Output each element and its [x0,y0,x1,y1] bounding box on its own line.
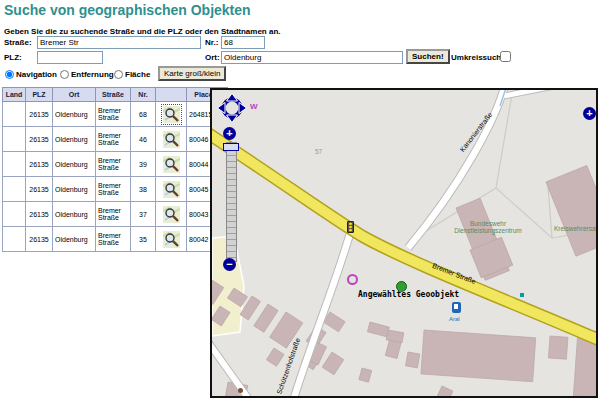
show-on-map-icon[interactable] [163,231,180,248]
ort-input[interactable] [221,51,403,64]
cell-land [3,227,26,252]
cell-nr: 68 [131,102,156,127]
poi-label-kreiswehr: Kreiswehrersatzamt [554,225,598,232]
header-icon [156,88,187,102]
cell-nr: 37 [131,202,156,227]
cell-ort: Oldenburg [53,227,96,252]
table-row: 26135 Oldenburg Bremer Straße 68 2648156 [3,102,228,127]
suchen-button[interactable]: Suchen! [406,49,450,64]
table-row: 26135 Oldenburg Bremer Straße 37 80043 [3,202,228,227]
table-row: 26135 Oldenburg Bremer Straße 38 80045 [3,177,228,202]
header-plz: PLZ [26,88,53,102]
radio-flaeche[interactable] [114,70,123,79]
cell-plz: 26135 [26,102,53,127]
show-on-map-icon[interactable] [163,131,180,148]
cell-ort: Oldenburg [53,152,96,177]
shop-icon: W [250,102,258,111]
pan-compass-control[interactable] [217,93,247,123]
table-row: 26135 Oldenburg Bremer Straße 39 80044 [3,152,228,177]
cell-land [3,127,26,152]
umkreissuche-label: Umkreissuche [451,53,506,62]
cell-nr: 46 [131,127,156,152]
cell-nr: 38 [131,177,156,202]
selected-object-label: Angewähltes Geoobjekt [358,290,459,299]
radio-entfernung-label: Entfernung [71,70,114,79]
zoom-in-button[interactable]: + [223,127,236,140]
nr-input[interactable] [221,36,265,49]
fuel-station-label: Aral [449,316,460,322]
cell-land [3,102,26,127]
radio-entfernung[interactable] [60,70,69,79]
cell-strasse: Bremer Straße [96,102,131,127]
cell-ort: Oldenburg [53,127,96,152]
results-table: Land PLZ Ort Straße Nr. PlaceID 26135 Ol… [2,87,228,252]
fuel-station-icon [452,302,461,313]
cell-strasse: Bremer Straße [96,152,131,177]
radio-navigation[interactable] [5,70,14,79]
header-land: Land [3,88,26,102]
cell-strasse: Bremer Straße [96,127,131,152]
overview-map-toggle-button[interactable]: + [583,107,596,120]
cell-plz: 26135 [26,152,53,177]
show-on-map-icon[interactable] [163,206,180,223]
table-header-row: Land PLZ Ort Straße Nr. PlaceID [3,88,228,102]
table-row: 26135 Oldenburg Bremer Straße 35 80042 [3,227,228,252]
cell-ort: Oldenburg [53,202,96,227]
page-title: Suche von geographischen Objekten [4,2,251,18]
radio-flaeche-label: Fläche [125,70,150,79]
show-on-map-icon[interactable] [163,106,180,123]
cell-plz: 26135 [26,127,53,152]
cell-strasse: Bremer Straße [96,177,131,202]
zoom-out-button[interactable]: − [223,258,236,271]
table-row: 26135 Oldenburg Bremer Straße 46 80046 [3,127,228,152]
map-canvas[interactable]: Bremer Straße Kanonierstraße Schützenhof… [210,88,598,398]
cell-ort: Oldenburg [53,177,96,202]
plz-input[interactable] [37,51,103,64]
poi-dot-icon [238,388,243,393]
poi-label-bundeswehr: Bundeswehr Dienstleistungszentrum [452,220,524,234]
cell-plz: 26135 [26,177,53,202]
header-nr: Nr. [131,88,156,102]
instruction-text: Geben Sie die zu suchende Straße und die… [4,27,281,36]
header-strasse: Straße [96,88,131,102]
poi-dot-icon [520,293,524,297]
strasse-label: Straße: [4,38,32,47]
amenity-circle-icon [347,274,358,285]
cell-nr: 39 [131,152,156,177]
radio-navigation-label: Navigation [16,70,57,79]
ort-label: Ort: [205,53,220,62]
cell-strasse: Bremer Straße [96,227,131,252]
cell-strasse: Bremer Straße [96,202,131,227]
house-number-label: 57 [315,148,322,155]
cell-land [3,152,26,177]
header-ort: Ort [53,88,96,102]
cell-nr: 35 [131,227,156,252]
umkreissuche-checkbox[interactable] [500,51,511,62]
cell-plz: 26135 [26,202,53,227]
show-on-map-icon[interactable] [163,156,180,173]
plz-label: PLZ: [4,53,22,62]
karte-gross-klein-button[interactable]: Karte groß/klein [158,66,226,81]
cell-land [3,177,26,202]
cell-ort: Oldenburg [53,102,96,127]
nr-label: Nr.: [205,38,218,47]
zoom-slider-track[interactable] [226,142,237,262]
zoom-slider-handle[interactable] [223,143,239,151]
strasse-input[interactable] [37,36,201,49]
map-graphics [212,90,596,396]
show-on-map-icon[interactable] [163,181,180,198]
traffic-signal-icon [347,221,354,233]
cell-land [3,202,26,227]
cell-plz: 26135 [26,227,53,252]
